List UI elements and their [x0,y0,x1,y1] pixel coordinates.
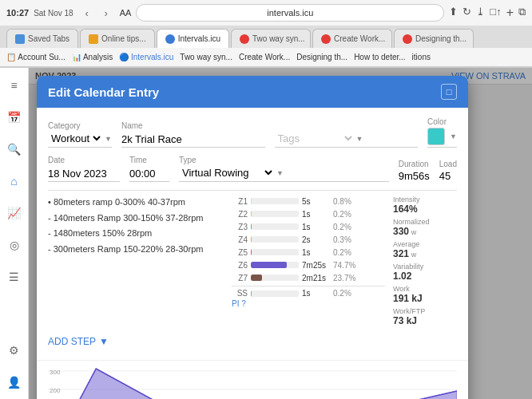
sidebar-home-icon[interactable]: ⌂ [3,170,26,192]
z6-bar-container [251,262,299,268]
main-content: ≡ 📅 🔍 ⌂ 📈 ◎ ☰ ⚙ 👤 NOV 2023 VIEW ON STRAV… [0,68,532,399]
sidebar-settings-icon[interactable]: ⚙ [3,339,26,361]
zone-row-z1: Z1 5s 0.8% [232,196,385,207]
modal-close-button[interactable]: □ [441,84,457,100]
tags-select[interactable]: Tags [275,132,355,145]
average-value: 321 [393,248,409,259]
sidebar-chart-icon[interactable]: 📈 [3,202,26,224]
load-group: Load 45 [439,160,457,182]
category-select[interactable]: Workout [48,132,103,145]
z3-bar-container [251,223,299,230]
time-group: Time [129,156,169,182]
chart-area: 300 200 100 [37,360,468,399]
color-arrow[interactable]: ▼ [450,132,457,140]
z7-time: 2m21s [302,274,330,282]
date-label: Date [48,156,120,164]
stats-panel: Intensity 164% Normalized 330 w [393,196,457,326]
category-select-wrapper: Workout ▼ [48,132,112,148]
bookmark-analysis[interactable]: 📊 Analysis [72,53,113,61]
reload-icon[interactable]: ↻ [463,6,471,20]
sidebar: ≡ 📅 🔍 ⌂ 📈 ◎ ☰ ⚙ 👤 [0,68,29,399]
steps-list: • 80meters ramp 0-300% 40-37rpm - 140met… [48,196,224,326]
workout-chart: 300 200 100 [48,367,457,399]
z1-pct: 0.8% [333,197,351,206]
z4-bar-container [251,236,299,243]
load-value: 45 [439,170,457,182]
ss-bar-container [251,290,299,297]
tabs-icon[interactable]: ⧉ [518,6,526,20]
z6-time: 7m25s [302,261,330,270]
type-group: Type Virtual Rowing ▼ [179,156,389,182]
modal-header: Edit Calendar Entry □ [37,76,468,108]
sidebar-calendar-icon[interactable]: 📅 [3,106,26,128]
ss-pct: 0.2% [333,289,351,298]
tab-two-way[interactable]: Two way syn... [231,29,311,48]
add-step-button[interactable]: ADD STEP ▼ [48,333,109,350]
pi-link[interactable]: PI ? [232,299,246,308]
sidebar-user-icon[interactable]: 👤 [3,371,26,393]
bookmark-create[interactable]: Create Work... [239,53,290,61]
browser-action-icons: ⬆ ↻ ⤓ □↑ + ⧉ [449,6,526,20]
z2-bar [251,211,252,217]
tab-intervals[interactable]: Intervals.icu [157,29,229,48]
divider [48,190,457,191]
z5-label: Z5 [232,248,248,257]
share-icon[interactable]: ⬆ [449,6,458,20]
tab-create-work[interactable]: Create Work... [312,29,392,48]
intensity-label: Intensity [393,196,457,203]
z7-bar [251,275,262,281]
z7-bar-container [251,275,299,281]
time-input[interactable] [129,166,169,182]
color-swatch[interactable] [427,128,445,145]
z2-label: Z2 [232,210,248,219]
z3-bar [251,223,252,230]
z6-bar [251,262,287,268]
step-1: • 80meters ramp 0-300% 40-37rpm [48,196,224,210]
z1-label: Z1 [232,197,248,206]
bookmark-icon[interactable]: ⤓ [476,6,485,20]
date-input[interactable] [48,166,120,182]
tab-saved-tabs[interactable]: Saved Tabs [6,29,78,48]
back-button[interactable]: ‹ [78,4,96,22]
url-text: intervals.icu [267,8,313,18]
normalized-stat: Normalized 330 w [393,218,457,237]
duration-group: Duration 9m56s [399,160,430,182]
bookmark-how[interactable]: How to deter... [354,53,405,61]
average-label: Average [393,240,457,248]
average-stat: Average 321 w [393,240,457,259]
sidebar-menu-icon[interactable]: ≡ [3,74,26,97]
tab-designing[interactable]: Designing th... [394,29,474,48]
forward-button[interactable]: › [97,4,115,22]
z6-label: Z6 [232,261,248,270]
work-value: 191 kJ [393,293,457,304]
workftp-value: 73 kJ [393,315,457,326]
edit-calendar-modal: Edit Calendar Entry □ Category Workout [37,76,468,399]
add-tab-icon[interactable]: + [506,6,514,20]
calendar-background: NOV 2023 VIEW ON STRAVA Edit Calendar En… [29,68,532,399]
zone-row-z5: Z5 1s 0.2% [232,247,385,258]
ss-label: SS [232,289,248,298]
z3-label: Z3 [232,223,248,231]
sidebar-list-icon[interactable]: ☰ [3,266,26,288]
form-row-2: Date Time Type Virtual Rowing [48,156,457,182]
normalized-unit: w [411,228,417,236]
address-bar[interactable]: intervals.icu [136,4,444,22]
share2-icon[interactable]: □↑ [490,6,501,20]
zone-row-z2: Z2 1s 0.2% [232,208,385,219]
tab-online-tips[interactable]: Online tips... [80,29,155,48]
svg-text:300: 300 [50,369,61,376]
step-2: - 140meters Ramp 300-150% 37-28rpm [48,211,224,226]
bookmark-itions[interactable]: itions [412,53,431,61]
bookmark-twoway[interactable]: Two way syn... [180,53,232,61]
sidebar-search-icon[interactable]: 🔍 [3,138,26,160]
type-select[interactable]: Virtual Rowing [179,166,275,180]
date-group: Date [48,156,120,182]
name-input[interactable] [121,132,265,148]
z5-pct: 0.2% [333,248,351,257]
bookmark-account[interactable]: 📋 Account Su... [6,53,66,61]
z5-bar [251,249,252,255]
bookmark-designing[interactable]: Designing th... [296,53,347,61]
bookmark-intervals[interactable]: 🔵 Intervals.icu [119,53,173,61]
zone-row-ss: SS 1s 0.2% [232,289,385,298]
sidebar-fitness-icon[interactable]: ◎ [3,234,26,256]
